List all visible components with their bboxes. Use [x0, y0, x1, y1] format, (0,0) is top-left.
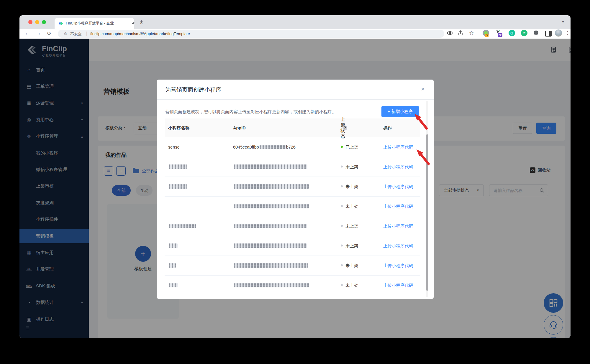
reload-icon[interactable]: ⟳ [47, 30, 51, 37]
extension-icon[interactable]: 3 [483, 30, 489, 36]
minimize-window-button[interactable] [35, 20, 39, 24]
upload-miniapp-code-link[interactable]: 上传小程序代码 [383, 263, 413, 269]
upload-miniapp-code-link[interactable]: 上传小程序代码 [383, 223, 413, 229]
upload-miniapp-code-link[interactable]: 上传小程序代码 [383, 283, 413, 288]
table-header: 小程序名称 AppID 上架状态? 操作 [165, 118, 420, 137]
redacted-text [169, 283, 178, 287]
upload-miniapp-code-link[interactable]: 上传小程序代码 [383, 204, 413, 209]
extension-icon[interactable]: 22 [496, 30, 501, 35]
miniapp-name-cell: sense [168, 145, 180, 149]
redacted-text [234, 263, 308, 268]
side-panel-icon[interactable] [545, 31, 552, 37]
url-text[interactable]: finclip.com/mop/mechanism/#/Applet/marke… [90, 32, 190, 36]
status-dot-icon [341, 205, 343, 207]
redacted-text [169, 224, 196, 228]
modal-title: 为营销页面创建小程序 [165, 86, 221, 94]
redacted-text [169, 243, 178, 248]
status-label: 未上架 [345, 184, 358, 189]
appid-cell [233, 204, 309, 209]
redacted-text [234, 204, 309, 208]
share-icon[interactable] [458, 30, 463, 36]
redacted-text [234, 243, 307, 248]
status-dot-icon [341, 146, 343, 148]
url-bar: ← → ⟳ ⚠ 不安全 | finclip.com/mop/mechanism/… [19, 29, 571, 39]
scrollbar-thumb[interactable] [426, 134, 428, 291]
appid-cell [233, 224, 307, 228]
finclip-favicon-icon [59, 21, 63, 25]
tab-search-chevron-icon[interactable]: ▾ [562, 19, 564, 24]
back-icon[interactable]: ← [25, 30, 30, 36]
status-cell: 未上架 [341, 184, 358, 190]
column-name: 小程序名称 [168, 125, 190, 131]
upload-miniapp-code-link[interactable]: 上传小程序代码 [383, 144, 413, 150]
redacted-text [234, 184, 309, 189]
table-row: sense 6045cea0ffbbb726 已上架 上传小程序代码 [165, 137, 420, 157]
status-label: 未上架 [345, 204, 358, 209]
profile-avatar[interactable] [555, 29, 562, 37]
appid-cell [233, 263, 309, 268]
upload-miniapp-code-link[interactable]: 上传小程序代码 [383, 184, 413, 190]
tab-title: FinClip小程序开放平台 - 企业 [66, 21, 131, 26]
redacted-text [169, 184, 187, 189]
status-dot-icon [341, 264, 343, 266]
bookmark-star-icon[interactable]: ☆ [469, 30, 474, 36]
miniapp-name-cell [168, 283, 178, 288]
omnibox[interactable]: ⚠ 不安全 | finclip.com/mop/mechanism/#/Appl… [58, 30, 444, 38]
forward-icon[interactable]: → [36, 30, 41, 36]
browser-window: FinClip小程序开放平台 - 企业 ✕ + ▾ ← → ⟳ ⚠ 不安全 | … [19, 15, 571, 338]
redacted-text [234, 283, 309, 287]
status-dot-icon [341, 225, 343, 227]
browser-tab[interactable]: FinClip小程序开放平台 - 企业 ✕ [55, 18, 134, 29]
table-row: 未上架 上传小程序代码 [165, 157, 420, 177]
table-row: 未上架 上传小程序代码 [165, 197, 420, 216]
table-row: 未上架 上传小程序代码 [165, 276, 420, 295]
omnibox-divider: | [86, 31, 87, 36]
status-cell: 未上架 [341, 243, 358, 249]
modal-close-icon[interactable]: × [421, 85, 425, 93]
miniapp-table: sense 6045cea0ffbbb726 已上架 上传小程序代码 未上架 上… [165, 137, 420, 295]
tab-audio-icon[interactable] [132, 22, 136, 25]
maximize-window-button[interactable] [42, 20, 46, 24]
upload-miniapp-code-link[interactable]: 上传小程序代码 [383, 243, 413, 249]
appid-cell [233, 283, 309, 288]
status-cell: 未上架 [341, 164, 358, 170]
preview-eye-icon[interactable] [447, 31, 453, 35]
redacted-text [234, 164, 307, 169]
tab-strip: FinClip小程序开放平台 - 企业 ✕ + ▾ [19, 15, 571, 29]
appid-cell [233, 243, 307, 248]
column-appid: AppID [233, 126, 246, 130]
puzzle-extensions-icon[interactable] [533, 30, 539, 36]
insecure-warning-icon[interactable]: ⚠ [64, 31, 67, 35]
modal-description: 营销页面创建成功，您可以将页面内容上传至对应小程序更新内容，或创建为新的小程序。 [165, 109, 336, 115]
status-cell: 未上架 [341, 263, 358, 269]
appid-cell [233, 164, 308, 169]
miniapp-name-cell [168, 224, 196, 228]
help-icon[interactable]: ? [342, 126, 347, 130]
refresh-extension-icon[interactable]: ⟳ [521, 30, 527, 36]
browser-menu-icon[interactable]: ⋮ [565, 30, 570, 36]
status-dot-icon [341, 245, 343, 247]
upload-miniapp-code-link[interactable]: 上传小程序代码 [383, 164, 413, 170]
close-window-button[interactable] [28, 20, 32, 24]
appid-cell: 6045cea0ffbbb726 [233, 145, 296, 149]
redacted-text [260, 145, 286, 149]
miniapp-name-cell [168, 164, 188, 169]
appid-cell [233, 184, 309, 189]
status-dot-icon [341, 166, 343, 168]
create-miniapp-modal: 为营销页面创建小程序 × 营销页面创建成功，您可以将页面内容上传至对应小程序更新… [157, 80, 434, 299]
status-cell: 未上架 [341, 223, 358, 229]
add-miniapp-button[interactable]: + 新增小程序 [381, 106, 419, 117]
table-row: 未上架 上传小程序代码 [165, 256, 420, 276]
redacted-text [169, 263, 176, 268]
app-viewport: FinClip 小程序开放平台 ⌂首页▤工单管理≣运营管理▾◎费用中心▾❖小程序… [19, 39, 571, 338]
grammarly-icon[interactable]: G [509, 30, 515, 36]
status-label: 已上架 [345, 145, 358, 149]
column-action: 操作 [383, 125, 392, 131]
status-cell: 未上架 [341, 283, 358, 288]
modal-scrollbar[interactable] [426, 101, 428, 297]
status-cell: 未上架 [341, 204, 358, 209]
modal-divider [157, 99, 434, 100]
new-tab-button[interactable]: + [140, 19, 143, 25]
table-row: 未上架 上传小程序代码 [165, 177, 420, 197]
status-dot-icon [341, 185, 343, 187]
